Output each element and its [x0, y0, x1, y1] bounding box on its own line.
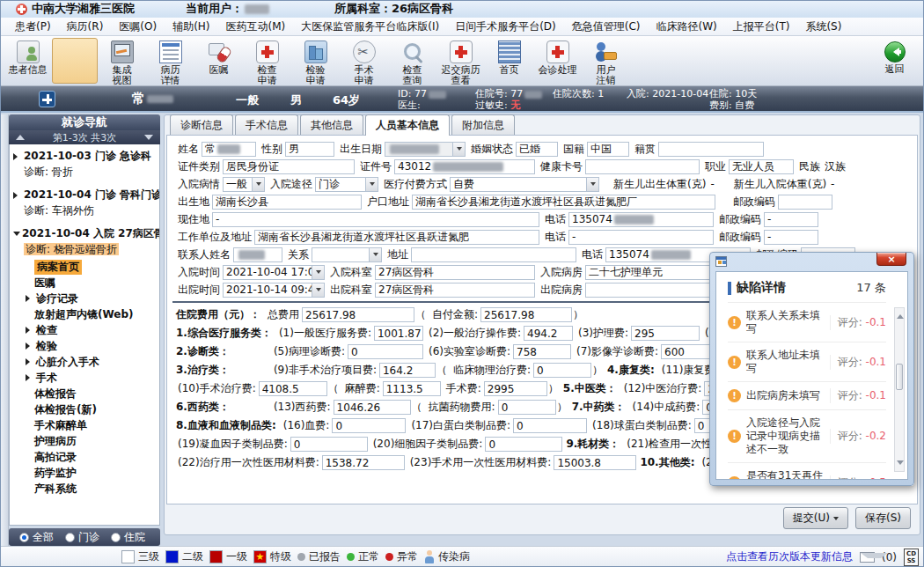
tab[interactable]: 附加信息: [451, 114, 515, 135]
tab[interactable]: 人员基本信息: [365, 114, 450, 136]
save-button[interactable]: 保存(S): [855, 507, 911, 529]
field-input[interactable]: 1046.26: [334, 400, 411, 415]
late-record-view-button[interactable]: 迟交病历 查看: [436, 38, 485, 86]
back-button[interactable]: 返回: [870, 39, 919, 85]
field-input[interactable]: 已婚: [516, 142, 558, 157]
sidebar-item[interactable]: 高拍记录: [10, 449, 159, 465]
menu-item[interactable]: 医嘱(O): [111, 18, 165, 36]
submit-button[interactable]: 提交(U): [783, 507, 848, 529]
sidebar-item[interactable]: 手术麻醉单: [10, 417, 159, 433]
field-input[interactable]: -: [568, 230, 714, 245]
field-input[interactable]: 1113.5: [383, 381, 441, 396]
orders-button[interactable]: 医嘱: [194, 38, 243, 86]
field-input[interactable]: 常: [202, 142, 256, 157]
sidebar-item[interactable]: 手术: [10, 370, 159, 386]
scrollbar-thumb[interactable]: [896, 364, 903, 390]
field-input[interactable]: 27病区骨科: [375, 265, 535, 280]
field-input[interactable]: -: [764, 212, 818, 227]
field-input[interactable]: 295: [631, 326, 700, 341]
sidebar-item[interactable]: 检查: [10, 322, 159, 338]
sidebar-item[interactable]: 病案首页: [10, 259, 159, 275]
field-input[interactable]: 27病区骨科: [375, 283, 535, 298]
field-input[interactable]: 25617.98: [302, 307, 414, 322]
prev-visit-button[interactable]: [16, 130, 25, 140]
field-input[interactable]: 494.2: [524, 326, 573, 341]
sidebar-item[interactable]: 体检报告: [10, 386, 159, 401]
menu-item[interactable]: 大医保监管服务平台临床版(I): [293, 18, 447, 36]
sidebar-item[interactable]: 医嘱: [10, 275, 159, 291]
field-input[interactable]: 4108.5: [259, 381, 327, 396]
field-input[interactable]: [411, 247, 576, 262]
visit-item[interactable]: 2021-10-03 门诊 急诊科: [10, 147, 159, 165]
user-logout-button[interactable]: 用户 注销: [582, 38, 630, 86]
dropdown-arrow-icon[interactable]: [586, 178, 598, 191]
field-input[interactable]: 无业人员: [729, 159, 794, 174]
field-input[interactable]: 湖南长沙县: [212, 195, 362, 210]
next-visit-button[interactable]: [144, 135, 153, 144]
sidebar-item[interactable]: 放射超声内镜(Web): [10, 306, 159, 322]
record-detail-button[interactable]: 病历 详情: [146, 38, 194, 86]
splitter-strip[interactable]: [0, 114, 9, 546]
field-input[interactable]: 居民身份证: [223, 159, 355, 174]
field-input[interactable]: [585, 159, 700, 174]
field-input[interactable]: 2021-10-14 09:44: [223, 283, 325, 298]
field-input[interactable]: [385, 142, 466, 157]
visit-item[interactable]: 2021-10-04 门诊 骨科门诊: [10, 186, 159, 203]
filter-radio[interactable]: 门诊: [65, 530, 99, 545]
menu-item[interactable]: 病历(R): [59, 18, 112, 36]
sidebar-item[interactable]: 心脏介入手术: [10, 354, 159, 370]
scroll-down-icon[interactable]: [897, 460, 904, 468]
version-info-link[interactable]: 点击查看历次版本更新信息: [726, 549, 853, 564]
field-input[interactable]: 135074: [568, 212, 714, 227]
field-input[interactable]: 2021-10-04 17:03: [223, 265, 325, 280]
field-input[interactable]: 一般: [223, 177, 265, 192]
field-input[interactable]: 15003.8: [554, 455, 636, 470]
popup-title-bar[interactable]: ×: [710, 253, 913, 271]
sidebar-item[interactable]: 诊疗记录: [10, 291, 159, 306]
field-input[interactable]: 0: [498, 400, 556, 415]
field-input[interactable]: [778, 195, 832, 210]
dropdown-arrow-icon[interactable]: [312, 284, 324, 297]
menu-item[interactable]: 日间手术服务平台(D): [447, 18, 564, 36]
menu-item[interactable]: 辅助(H): [165, 18, 217, 36]
field-input[interactable]: 43012: [394, 159, 535, 174]
field-input[interactable]: 湖南省长沙县湘龙街道水渡坪社区县跃进氮肥厂: [412, 195, 715, 210]
field-input[interactable]: 门诊: [315, 177, 378, 192]
field-input[interactable]: 0: [513, 418, 587, 433]
sidebar-item[interactable]: 护理病历: [10, 433, 159, 449]
sidebar-item[interactable]: 体检报告(新): [10, 401, 159, 417]
surgery-request-button[interactable]: 手术 申请: [340, 38, 388, 86]
dropdown-arrow-icon[interactable]: [369, 248, 381, 261]
field-input[interactable]: 0: [485, 437, 562, 452]
field-input[interactable]: 25617.98: [480, 307, 572, 322]
field-input[interactable]: 2995: [484, 381, 547, 396]
close-button[interactable]: ×: [876, 253, 906, 266]
menu-item[interactable]: 患者(P): [7, 18, 59, 36]
sidebar-item[interactable]: 检验: [10, 338, 159, 354]
scroll-up-icon[interactable]: [897, 311, 904, 319]
field-input[interactable]: 0: [348, 344, 423, 359]
field-input[interactable]: 1001.87: [374, 326, 423, 341]
dropdown-arrow-icon[interactable]: [312, 266, 324, 279]
dropdown-arrow-icon[interactable]: [365, 178, 378, 191]
tab[interactable]: 诊断信息: [170, 114, 233, 135]
integrated-view-button[interactable]: 集成 视图: [98, 38, 146, 86]
field-input[interactable]: 1538.72: [322, 455, 405, 470]
scrollbar[interactable]: [894, 307, 905, 472]
field-input[interactable]: 中国: [587, 142, 629, 157]
menu-item[interactable]: 医药互动(M): [218, 18, 294, 36]
expand-arrow-icon[interactable]: [13, 153, 21, 160]
visit-item[interactable]: 2021-10-04 入院 27病区骨科: [10, 225, 159, 242]
field-input[interactable]: -: [212, 212, 539, 227]
field-input[interactable]: 男: [285, 142, 334, 157]
homepage-button[interactable]: 首页: [485, 38, 533, 86]
field-input[interactable]: 600: [661, 344, 710, 359]
expand-arrow-icon[interactable]: [13, 232, 20, 239]
filter-radio[interactable]: 全部: [19, 530, 54, 545]
consult-handle-button[interactable]: 会诊处理: [533, 38, 582, 86]
exam-request-button[interactable]: 检查 申请: [243, 38, 291, 86]
field-input[interactable]: [312, 247, 382, 262]
expand-arrow-icon[interactable]: [13, 192, 21, 199]
tab[interactable]: 手术信息: [235, 114, 298, 135]
menu-item[interactable]: 危急值管理(C): [564, 18, 649, 36]
